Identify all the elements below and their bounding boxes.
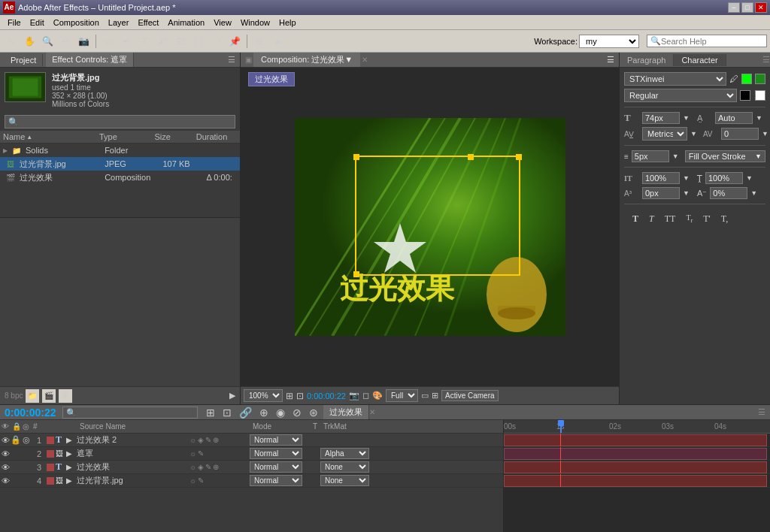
- expand-2[interactable]: ▶: [66, 449, 77, 458]
- font-style-select[interactable]: Regular: [624, 89, 737, 102]
- sw2[interactable]: ✎: [198, 476, 204, 485]
- bg-color-box[interactable]: [755, 90, 765, 101]
- subscript-button[interactable]: T,: [717, 212, 732, 226]
- scroll-right[interactable]: ▶: [229, 391, 235, 401]
- tl-icon-3[interactable]: 🔗: [237, 406, 254, 419]
- list-item[interactable]: 🖼 过光背景.jpg JPEG 107 KB: [0, 157, 240, 171]
- sw3[interactable]: ✎: [205, 463, 211, 471]
- sw1[interactable]: ☼: [189, 476, 196, 485]
- project-search-input[interactable]: [5, 115, 235, 128]
- menu-effect[interactable]: Effect: [133, 17, 163, 29]
- fill-mode-dropdown[interactable]: Fill Over Stroke ▼: [685, 150, 765, 162]
- menu-edit[interactable]: Edit: [26, 17, 49, 29]
- metrics-arrow[interactable]: ▼: [690, 130, 697, 138]
- scale-v-input[interactable]: [705, 172, 743, 184]
- fit-icon[interactable]: ⊞: [286, 391, 293, 401]
- vis-toggle-4[interactable]: 👁: [0, 476, 11, 485]
- allcaps-button[interactable]: TT: [661, 212, 680, 226]
- tool-brush[interactable]: 🖌: [154, 33, 171, 50]
- tab-character[interactable]: Character: [674, 54, 726, 66]
- comp-name-btn[interactable]: 过光效果: [245, 72, 295, 86]
- tool-eraser[interactable]: ◻: [190, 33, 207, 50]
- tl-icon-1[interactable]: ⊞: [204, 406, 217, 419]
- font-name-select[interactable]: STXinwei: [624, 72, 726, 86]
- stroke-color-box[interactable]: [740, 90, 750, 101]
- clip-2[interactable]: [504, 448, 767, 460]
- leading-dropdown[interactable]: ▼: [756, 114, 762, 122]
- sw1[interactable]: ☼: [189, 449, 196, 458]
- secondary-color-box[interactable]: [755, 74, 765, 84]
- expand-3[interactable]: ▶: [66, 463, 77, 471]
- panel-menu-icon[interactable]: ☰: [228, 55, 235, 65]
- tsume-input[interactable]: [710, 187, 747, 199]
- solo-1[interactable]: ◎: [21, 435, 32, 445]
- list-item[interactable]: 🎬 过光效果 Composition Δ 0:00:: [0, 171, 240, 184]
- baseline-arrow[interactable]: ▼: [683, 189, 690, 197]
- comp-panel-menu[interactable]: ☰: [607, 55, 614, 65]
- vis-toggle-1[interactable]: 👁: [0, 436, 11, 445]
- delete-button[interactable]: 🗑: [59, 389, 72, 403]
- tsume-arrow[interactable]: ▼: [750, 189, 757, 197]
- color-icon[interactable]: 🎨: [372, 391, 383, 401]
- transparency-icon[interactable]: ◻: [362, 391, 369, 401]
- color-picker-icon[interactable]: 🖊: [729, 74, 738, 84]
- new-comp-button[interactable]: 🎬: [42, 389, 56, 403]
- comp-tab-close[interactable]: ✕: [362, 56, 368, 64]
- menu-animation[interactable]: Animation: [163, 17, 209, 29]
- menu-composition[interactable]: Composition: [49, 17, 104, 29]
- minimize-button[interactable]: –: [728, 2, 740, 13]
- leading-input[interactable]: [715, 112, 753, 124]
- expand-1[interactable]: ▶: [66, 436, 77, 444]
- menu-view[interactable]: View: [209, 17, 236, 29]
- sw1[interactable]: ☼: [189, 436, 196, 444]
- fill-color-box[interactable]: [741, 74, 752, 84]
- maximize-button[interactable]: □: [741, 2, 753, 13]
- scale-v-arrow[interactable]: ▼: [746, 174, 753, 182]
- tool-roto[interactable]: ⬡: [208, 33, 225, 50]
- clip-1[interactable]: [504, 434, 767, 446]
- smallcaps-button[interactable]: Tr: [682, 212, 696, 226]
- timeline-search-input[interactable]: [62, 407, 198, 419]
- sw2[interactable]: ✎: [198, 449, 204, 458]
- scale-h-input[interactable]: [642, 172, 680, 184]
- zoom-select[interactable]: 100%: [244, 389, 283, 402]
- font-size-input[interactable]: [642, 112, 680, 124]
- timeline-menu[interactable]: ☰: [758, 407, 765, 417]
- tool-snap[interactable]: ⊞: [251, 33, 268, 50]
- sw3[interactable]: ✎: [205, 436, 211, 444]
- tool-pin[interactable]: 📌: [226, 33, 243, 50]
- close-button[interactable]: ✕: [755, 2, 767, 13]
- vis-toggle-2[interactable]: 👁: [0, 449, 11, 458]
- region-icon[interactable]: ▭: [421, 391, 429, 401]
- comp-tab[interactable]: Composition: 过光效果▼: [253, 53, 360, 67]
- sw2[interactable]: ◈: [198, 436, 204, 444]
- menu-window[interactable]: Window: [236, 17, 274, 29]
- tab-effect-controls[interactable]: Effect Controls: 遮罩: [46, 53, 134, 67]
- bold-button[interactable]: T: [629, 212, 642, 226]
- grid-icon[interactable]: ⊞: [432, 391, 438, 401]
- tool-zoom[interactable]: 🔍: [39, 33, 56, 50]
- tab-paragraph[interactable]: Paragraph: [620, 54, 674, 66]
- metrics-select[interactable]: Metrics: [642, 127, 687, 141]
- size-dropdown-arrow[interactable]: ▼: [683, 114, 690, 122]
- right-panel-menu[interactable]: ☰: [762, 55, 770, 65]
- tool-3d[interactable]: ◈: [269, 33, 286, 50]
- mode-select-2[interactable]: Normal: [250, 448, 302, 459]
- tool-hand[interactable]: ✋: [21, 33, 38, 50]
- tl-icon-7[interactable]: ⊛: [307, 406, 320, 419]
- camera-view-select[interactable]: Active Camera: [441, 390, 499, 401]
- tool-text[interactable]: T: [136, 33, 153, 50]
- camera-icon[interactable]: 📷: [349, 391, 359, 401]
- tool-rotate[interactable]: ↩: [57, 33, 74, 50]
- sw2[interactable]: ◈: [198, 463, 204, 471]
- scale-h-arrow[interactable]: ▼: [683, 174, 690, 182]
- tl-icon-5[interactable]: ◉: [274, 406, 287, 419]
- clip-3[interactable]: [504, 461, 767, 473]
- tab-project[interactable]: Project: [5, 54, 43, 66]
- mode-select-3[interactable]: Normal: [250, 461, 302, 473]
- stroke-size-input[interactable]: [632, 150, 669, 162]
- list-item[interactable]: ▶ 📁 Solids Folder: [0, 144, 240, 157]
- sw4[interactable]: ⊕: [213, 436, 219, 444]
- expand-icon[interactable]: ▶: [3, 147, 8, 154]
- workspace-select[interactable]: my: [579, 35, 639, 48]
